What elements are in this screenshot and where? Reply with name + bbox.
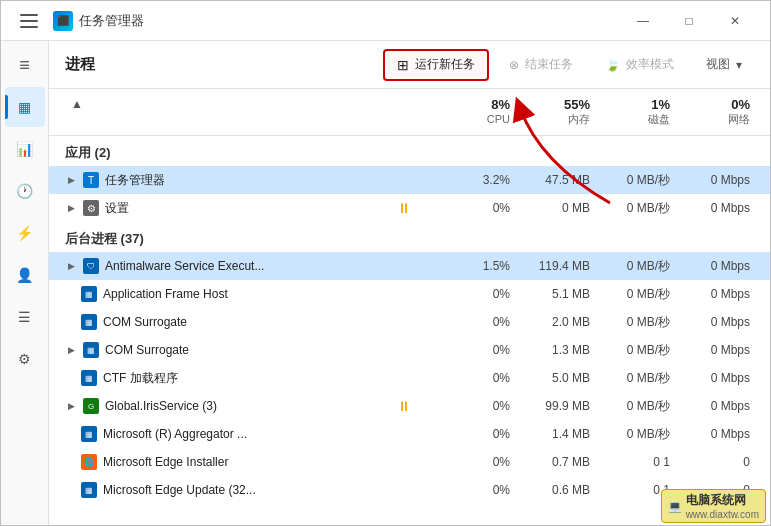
new-task-button[interactable]: ⊞ 运行新任务 <box>383 49 489 81</box>
network-cell: 0 Mbps <box>674 399 754 413</box>
view-button[interactable]: 视图 ▾ <box>694 49 754 81</box>
network-cell: 0 Mbps <box>674 371 754 385</box>
memory-cell: 0.7 MB <box>514 455 594 469</box>
table-row[interactable]: ▦ CTF 加载程序 0% 5.0 MB 0 MB/秒 0 Mbps <box>49 364 770 392</box>
process-name-cell: ▶ ▦ COM Surrogate <box>65 342 374 358</box>
hamburger-menu[interactable] <box>13 5 45 37</box>
process-name-cell: ▦ Application Frame Host <box>65 286 374 302</box>
memory-cell: 0.6 MB <box>514 483 594 497</box>
disk-cell: 0 1 <box>594 455 674 469</box>
cpu-cell: 0% <box>434 455 514 469</box>
title-bar: ⬛ 任务管理器 — □ ✕ <box>1 1 770 41</box>
history-icon: 🕐 <box>16 183 33 199</box>
table-row[interactable]: 🌐 Microsoft Edge Installer 0% 0.7 MB 0 1… <box>49 448 770 476</box>
col-header-disk[interactable]: 1%磁盘 <box>594 93 674 131</box>
network-cell: 0 Mbps <box>674 201 754 215</box>
memory-cell: 119.4 MB <box>514 259 594 273</box>
end-task-button[interactable]: ⊗ 结束任务 <box>497 49 585 81</box>
memory-cell: 47.5 MB <box>514 173 594 187</box>
pause-icon: ⏸ <box>396 398 412 414</box>
view-label: 视图 <box>706 56 730 73</box>
network-cell: 0 <box>674 483 754 497</box>
cpu-cell: 0% <box>434 315 514 329</box>
status-cell: ⏸ <box>374 398 434 414</box>
table-row[interactable]: ▦ COM Surrogate 0% 2.0 MB 0 MB/秒 0 Mbps <box>49 308 770 336</box>
cpu-cell: 0% <box>434 201 514 215</box>
table-row[interactable]: ▶ ⚙ 设置 ⏸ 0% 0 MB 0 MB/秒 0 Mbps <box>49 194 770 222</box>
expand-icon[interactable]: ▶ <box>65 260 77 272</box>
col-header-status <box>374 93 434 131</box>
table-header: ▲ 8%CPU 55%内存 1%磁盘 0%网络 <box>49 89 770 136</box>
sidebar-item-services[interactable]: ⚙ <box>5 339 45 379</box>
group-background: 后台进程 (37) <box>49 222 770 252</box>
details-icon: ☰ <box>18 309 31 325</box>
network-cell: 0 Mbps <box>674 427 754 441</box>
expand-icon[interactable]: ▶ <box>65 344 77 356</box>
toolbar: 进程 ⊞ 运行新任务 ⊗ 结束任务 🍃 效率模式 视图 <box>49 41 770 89</box>
sidebar-item-performance[interactable]: 📊 <box>5 129 45 169</box>
memory-cell: 5.1 MB <box>514 287 594 301</box>
network-cell: 0 Mbps <box>674 343 754 357</box>
process-icon: 🌐 <box>81 454 97 470</box>
minimize-button[interactable]: — <box>620 1 666 41</box>
process-label: Microsoft Edge Installer <box>103 455 228 469</box>
sidebar-item-startup[interactable]: ⚡ <box>5 213 45 253</box>
process-table[interactable]: ▲ 8%CPU 55%内存 1%磁盘 0%网络 应用 (2) ▶ <box>49 89 770 525</box>
process-icon: ▦ <box>81 286 97 302</box>
process-name-cell: ▶ 🛡 Antimalware Service Execut... <box>65 258 374 274</box>
new-task-icon: ⊞ <box>397 57 409 73</box>
memory-cell: 2.0 MB <box>514 315 594 329</box>
content-wrapper: 进程 ⊞ 运行新任务 ⊗ 结束任务 🍃 效率模式 视图 <box>49 41 770 525</box>
process-icon: 🛡 <box>83 258 99 274</box>
network-cell: 0 <box>674 455 754 469</box>
efficiency-mode-button[interactable]: 🍃 效率模式 <box>593 49 686 81</box>
sidebar-item-history[interactable]: 🕐 <box>5 171 45 211</box>
view-chevron-icon: ▾ <box>736 58 742 72</box>
processes-icon: ▦ <box>18 99 31 115</box>
table-row[interactable]: ▦ Microsoft (R) Aggregator ... 0% 1.4 MB… <box>49 420 770 448</box>
col-header-network[interactable]: 0%网络 <box>674 93 754 131</box>
sidebar-item-processes[interactable]: ▦ <box>5 87 45 127</box>
cpu-cell: 0% <box>434 371 514 385</box>
disk-cell: 0 MB/秒 <box>594 286 674 303</box>
expand-icon[interactable]: ▶ <box>65 174 77 186</box>
process-icon: G <box>83 398 99 414</box>
process-label: Application Frame Host <box>103 287 228 301</box>
network-cell: 0 Mbps <box>674 287 754 301</box>
table-row[interactable]: ▶ 🛡 Antimalware Service Execut... 1.5% 1… <box>49 252 770 280</box>
cpu-cell: 0% <box>434 343 514 357</box>
maximize-button[interactable]: □ <box>666 1 712 41</box>
col-header-cpu[interactable]: 8%CPU <box>434 93 514 131</box>
expand-icon[interactable]: ▶ <box>65 400 77 412</box>
table-row[interactable]: ▶ G Global.IrisService (3) ⏸ 0% 99.9 MB … <box>49 392 770 420</box>
table-row[interactable]: ▦ Microsoft Edge Update (32... 0% 0.6 MB… <box>49 476 770 504</box>
main-window: ⬛ 任务管理器 — □ ✕ ≡ ▦ 📊 🕐 ⚡ <box>0 0 771 526</box>
col-header-memory[interactable]: 55%内存 <box>514 93 594 131</box>
process-label: Antimalware Service Execut... <box>105 259 264 273</box>
table-row[interactable]: ▦ Application Frame Host 0% 5.1 MB 0 MB/… <box>49 280 770 308</box>
process-icon: ▦ <box>81 426 97 442</box>
table-row[interactable]: ▶ ▦ COM Surrogate 0% 1.3 MB 0 MB/秒 0 Mbp… <box>49 336 770 364</box>
network-cell: 0 Mbps <box>674 173 754 187</box>
process-icon: T <box>83 172 99 188</box>
network-cell: 0 Mbps <box>674 315 754 329</box>
close-button[interactable]: ✕ <box>712 1 758 41</box>
users-icon: 👤 <box>16 267 33 283</box>
table-row[interactable]: ▶ T 任务管理器 3.2% 47.5 MB 0 MB/秒 0 Mbps <box>49 166 770 194</box>
status-cell: ⏸ <box>374 200 434 216</box>
pause-icon: ⏸ <box>396 200 412 216</box>
disk-cell: 0 MB/秒 <box>594 314 674 331</box>
process-name-cell: ▶ ⚙ 设置 <box>65 200 374 217</box>
sidebar-item-details[interactable]: ☰ <box>5 297 45 337</box>
process-name-cell: ▦ CTF 加载程序 <box>65 370 374 387</box>
cpu-cell: 0% <box>434 427 514 441</box>
disk-cell: 0 MB/秒 <box>594 200 674 217</box>
memory-cell: 5.0 MB <box>514 371 594 385</box>
expand-icon[interactable]: ▶ <box>65 202 77 214</box>
sidebar-item-users[interactable]: 👤 <box>5 255 45 295</box>
disk-cell: 0 MB/秒 <box>594 258 674 275</box>
col-header-name[interactable]: ▲ <box>65 93 374 131</box>
process-label: Microsoft (R) Aggregator ... <box>103 427 247 441</box>
main-layout: ≡ ▦ 📊 🕐 ⚡ 👤 ☰ ⚙ <box>1 41 770 525</box>
sidebar-item-menu[interactable]: ≡ <box>5 45 45 85</box>
